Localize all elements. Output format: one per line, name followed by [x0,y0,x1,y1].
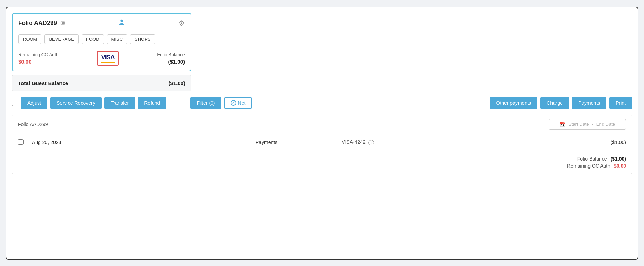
tab-food[interactable]: FOOD [82,34,104,44]
folio-balance-section: Folio Balance ($1.00) [157,52,185,65]
total-balance-label: Total Guest Balance [18,80,68,86]
info-icon[interactable]: i [368,140,374,145]
other-payments-button[interactable]: Other payments [490,97,537,109]
action-bar-center: Filter (0) ✓ Net [190,97,252,109]
folio-card: Folio AAD299 ✉ ⚙ ROOM BEVERAGE FOOD MISC… [12,13,191,71]
tab-room[interactable]: ROOM [18,34,41,44]
tab-beverage[interactable]: BEVERAGE [44,34,79,44]
settings-icon[interactable]: ⚙ [179,19,185,27]
footer-folio-balance-row: Folio Balance ($1.00) [577,156,626,162]
action-bar-left: Adjust Service Recovery Transfer Refund [12,97,166,109]
folio-content-label: Folio AAD299 [18,122,48,127]
net-button[interactable]: ✓ Net [224,97,252,109]
footer-cc-auth-label: Remaining CC Auth [567,163,610,169]
row-amount: ($1.00) [519,134,632,151]
filter-button[interactable]: Filter (0) [190,97,221,109]
date-range-input[interactable]: 📅 Start Date - End Date [549,119,626,130]
date-separator: - [592,122,593,127]
folio-balance-row: Remaining CC Auth $0.00 VISA Folio Balan… [18,51,185,66]
action-bar-right: Other payments Charge Payments Print [490,97,632,109]
check-circle-icon: ✓ [231,100,236,106]
folio-title-area: Folio AAD299 ✉ [18,20,65,27]
action-bar: Adjust Service Recovery Transfer Refund … [12,97,632,109]
footer-cc-auth-value: $0.00 [614,163,626,169]
charge-button[interactable]: Charge [540,97,569,109]
footer-folio-balance-label: Folio Balance [577,156,607,162]
payments-button[interactable]: Payments [572,97,606,109]
folio-content-header: Folio AAD299 📅 Start Date - End Date [12,115,632,134]
net-btn-inner: ✓ Net [231,100,246,106]
tab-misc[interactable]: MISC [107,34,128,44]
person-icon[interactable] [118,19,125,28]
folio-card-header: Folio AAD299 ✉ ⚙ [18,19,185,28]
footer-folio-balance-value: ($1.00) [611,156,626,162]
service-recovery-button[interactable]: Service Recovery [50,97,102,109]
folio-table: Aug 20, 2023 Payments VISA-4242 i ($1.00… [12,134,632,151]
footer-cc-auth-row: Remaining CC Auth $0.00 [567,163,626,169]
cc-auth-label: Remaining CC Auth [18,52,58,57]
tab-shops[interactable]: SHOPS [130,34,155,44]
end-date-placeholder: End Date [596,122,615,127]
folio-tabs: ROOM BEVERAGE FOOD MISC SHOPS [18,34,185,44]
refund-button[interactable]: Refund [138,97,166,109]
select-all-checkbox[interactable] [12,100,18,106]
row-reference: VISA-4242 i [336,134,519,151]
net-label: Net [238,100,246,106]
svg-point-0 [121,19,123,22]
folio-balance-label: Folio Balance [157,52,185,57]
folio-footer: Folio Balance ($1.00) Remaining CC Auth … [12,151,632,174]
visa-card[interactable]: VISA [97,51,119,66]
main-container: Folio AAD299 ✉ ⚙ ROOM BEVERAGE FOOD MISC… [6,7,638,260]
total-guest-balance-row: Total Guest Balance ($1.00) [12,75,191,91]
folio-balance-value: ($1.00) [168,59,185,65]
adjust-button[interactable]: Adjust [21,97,47,109]
transfer-button[interactable]: Transfer [104,97,135,109]
cc-auth-section: Remaining CC Auth $0.00 [18,52,58,65]
print-button[interactable]: Print [609,97,632,109]
cc-auth-value: $0.00 [18,59,32,65]
folio-content: Folio AAD299 📅 Start Date - End Date Aug… [12,115,632,174]
table-row: Aug 20, 2023 Payments VISA-4242 i ($1.00… [12,134,632,151]
email-icon[interactable]: ✉ [60,20,65,26]
folio-title: Folio AAD299 [18,20,57,27]
start-date-placeholder: Start Date [568,122,589,127]
total-balance-value: ($1.00) [168,80,185,86]
row-description: Payments [197,134,336,151]
row-checkbox[interactable] [18,139,24,145]
visa-logo: VISA [101,54,115,63]
calendar-icon: 📅 [560,122,566,127]
row-date: Aug 20, 2023 [26,134,197,151]
